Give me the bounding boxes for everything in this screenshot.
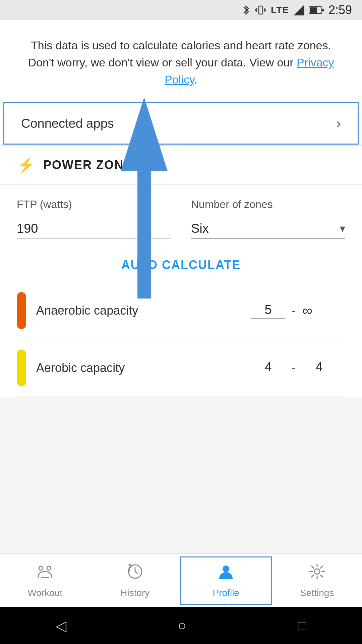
home-button[interactable]: ○: [178, 618, 186, 634]
status-icons: LTE 2:59: [241, 3, 352, 17]
nav-item-settings[interactable]: Settings: [272, 557, 362, 604]
svg-point-11: [39, 566, 43, 570]
svg-rect-7: [310, 7, 317, 13]
zone-to-aerobic: 4: [302, 360, 336, 376]
chevron-right-icon: ›: [336, 115, 341, 131]
zone-rows: Anaerobic capacity 5 - ∞ Aerobic capacit…: [0, 282, 362, 397]
power-zones-header: ⚡ POWER ZONES: [0, 145, 362, 184]
zone-to-anaerobic: ∞: [302, 303, 312, 319]
zones-count-group: Number of zones Six Five Four Three Seve…: [191, 198, 345, 239]
info-end-text: .: [194, 73, 197, 86]
connected-apps-row[interactable]: Connected apps ›: [3, 102, 359, 145]
zones-select-wrapper: Six Five Four Three Seven ▾: [191, 219, 345, 239]
signal-icon: [294, 4, 304, 16]
ftp-input[interactable]: [17, 219, 171, 239]
history-icon: [126, 563, 144, 584]
status-time: 2:59: [328, 3, 352, 17]
auto-calculate-button[interactable]: AUTO CALCULATE: [121, 258, 241, 272]
zone-from-aerobic: 4: [251, 360, 285, 376]
zone-name-anaerobic: Anaerobic capacity: [36, 304, 241, 318]
zone-values-aerobic: 4 - 4: [251, 360, 345, 376]
recent-button[interactable]: □: [298, 618, 306, 634]
zones-label: Number of zones: [191, 198, 345, 211]
zone-row-anaerobic: Anaerobic capacity 5 - ∞: [17, 282, 345, 339]
lte-icon: LTE: [271, 5, 289, 15]
form-row: FTP (watts) Number of zones Six Five Fou…: [17, 198, 345, 239]
svg-marker-5: [294, 5, 304, 15]
zones-select[interactable]: Six Five Four Three Seven: [191, 221, 340, 235]
workout-icon: [36, 563, 54, 584]
zone-name-aerobic: Aerobic capacity: [36, 361, 241, 375]
zone-indicator-yellow: [17, 350, 26, 386]
bolt-icon: ⚡: [17, 156, 35, 174]
zone-dash-aerobic: -: [292, 361, 296, 375]
connected-apps-label: Connected apps: [21, 116, 114, 131]
ftp-label: FTP (watts): [17, 198, 171, 211]
svg-point-16: [223, 566, 229, 572]
info-text-block: This data is used to calculate calories …: [0, 20, 362, 102]
status-bar: LTE 2:59: [0, 0, 362, 20]
bluetooth-icon: [241, 4, 251, 16]
nav-item-workout[interactable]: Workout: [0, 557, 90, 604]
settings-icon: [308, 563, 326, 584]
ftp-group: FTP (watts): [17, 198, 171, 239]
vibrate-icon: [255, 4, 266, 16]
svg-rect-0: [259, 6, 263, 14]
nav-label-settings: Settings: [300, 588, 334, 598]
system-nav: ◁ ○ □: [0, 607, 362, 644]
zone-dash-anaerobic: -: [292, 304, 296, 318]
zone-from-anaerobic: 5: [251, 303, 285, 319]
nav-label-workout: Workout: [27, 588, 62, 598]
dropdown-arrow-icon: ▾: [340, 222, 345, 235]
zone-values-anaerobic: 5 - ∞: [251, 303, 345, 319]
nav-item-history[interactable]: History: [90, 557, 180, 604]
form-area: FTP (watts) Number of zones Six Five Fou…: [0, 185, 362, 246]
info-main-text: This data is used to calculate calories …: [28, 39, 331, 69]
svg-point-17: [314, 569, 320, 574]
nav-label-history: History: [120, 588, 149, 598]
bottom-nav: Workout History Profile Se: [0, 553, 362, 607]
zone-indicator-orange: [17, 292, 26, 329]
back-button[interactable]: ◁: [56, 618, 66, 634]
power-zones-title: POWER ZONES: [43, 158, 141, 172]
nav-label-profile: Profile: [213, 588, 239, 598]
svg-rect-8: [322, 9, 324, 11]
zone-row-aerobic: Aerobic capacity 4 - 4: [17, 339, 345, 397]
nav-item-profile[interactable]: Profile: [180, 556, 272, 605]
svg-point-12: [47, 566, 51, 570]
battery-icon: [309, 5, 324, 15]
auto-calc-section: AUTO CALCULATE: [0, 246, 362, 282]
profile-icon: [217, 563, 235, 584]
